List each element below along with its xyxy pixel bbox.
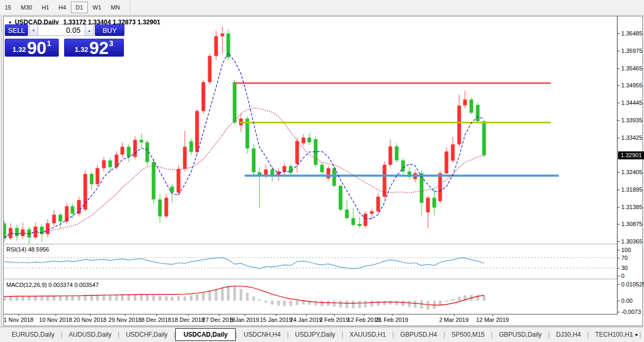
buy-button[interactable]: BUY: [95, 24, 124, 36]
macd-histogram-bar: [427, 301, 430, 310]
macd-histogram-bar: [271, 301, 274, 304]
macd-histogram-bar: [159, 296, 162, 301]
macd-histogram-bar: [4, 296, 6, 301]
price-axis[interactable]: 1.364851.359751.354651.349551.344451.339…: [618, 16, 642, 314]
timeframe-button-d1[interactable]: D1: [71, 2, 88, 13]
date-tick: [19, 314, 19, 316]
price-axis-label: 1.34955: [621, 82, 642, 88]
chart-tab-ukc[interactable]: UKC: [641, 329, 644, 340]
candle-body: [177, 169, 181, 193]
candle-body: [482, 121, 486, 155]
macd-axis-label: -0.0073: [621, 309, 641, 315]
candle-body: [352, 218, 355, 225]
macd-histogram-bar: [290, 301, 292, 306]
chart-tab-dj30-h4[interactable]: DJ30,H4: [550, 329, 587, 340]
macd-histogram-bar: [103, 295, 105, 301]
tab-scroll-left-icon[interactable]: ◂: [630, 331, 636, 337]
chart-tab-usdcad-daily[interactable]: USDCAD,Daily: [175, 328, 235, 341]
macd-histogram-bar: [327, 301, 330, 306]
date-tick: [334, 314, 335, 316]
sell-button[interactable]: SELL: [5, 24, 28, 36]
candlestick-chart[interactable]: [4, 16, 618, 314]
price-axis-label: 1.33935: [621, 117, 642, 123]
candle-body: [289, 166, 293, 173]
price-axis-label: 1.36485: [621, 30, 642, 37]
rsi-axis-label: 70: [621, 255, 628, 261]
candle-body: [195, 111, 199, 152]
macd-histogram-bar: [445, 301, 448, 302]
candle-body: [84, 174, 87, 210]
axis-tick: [618, 190, 620, 190]
volume-increase-button[interactable]: ▲: [85, 24, 94, 36]
timeframe-button-h4[interactable]: H4: [54, 2, 71, 13]
timeframe-toolbar: 15M30H1H4D1W1MN: [0, 0, 644, 15]
tab-scroll-right-icon[interactable]: ▸: [636, 331, 641, 337]
candle-body: [463, 100, 467, 105]
macd-histogram-bar: [121, 294, 124, 301]
macd-histogram-bar: [278, 301, 280, 305]
candle-body: [420, 173, 424, 203]
timeframe-button-mn[interactable]: MN: [106, 2, 124, 13]
timeframe-button-15[interactable]: 15: [0, 2, 16, 13]
chart-tabs-bar: EURUSD,Daily|AUDUSD,Daily|USDCHF,Daily|U…: [0, 327, 644, 342]
volume-decrease-button[interactable]: ▼: [29, 24, 38, 36]
macd-histogram-bar: [396, 301, 398, 305]
macd-histogram-bar: [177, 296, 180, 301]
price-axis-label: 1.35465: [621, 65, 642, 71]
candle-body: [133, 140, 137, 157]
macd-histogram-bar: [296, 301, 299, 305]
chart-tab-gbpusd-h4[interactable]: GBPUSD,H4: [394, 329, 443, 340]
axis-tick: [618, 241, 620, 242]
macd-histogram-bar: [10, 296, 12, 301]
macd-histogram-bar: [134, 294, 137, 301]
chart-tab-gbpusd-daily[interactable]: GBPUSD,Daily: [493, 329, 548, 340]
macd-histogram-bar: [140, 294, 143, 301]
toolbar-separator: [130, 1, 130, 14]
rsi-axis-label: 100: [621, 247, 631, 253]
tab-scroll-arrows: ◂▸: [630, 331, 641, 337]
chart-tab-usdcnh-h4[interactable]: USDCNH,H4: [237, 329, 287, 340]
buy-price-pip: 3: [109, 39, 113, 48]
candle-body: [370, 211, 374, 213]
candle-body: [96, 168, 100, 184]
buy-price-box[interactable]: 1.32 92 3: [64, 39, 124, 57]
sell-price-box[interactable]: 1.32 90 1: [5, 39, 59, 57]
chart-tab-xauusd-h1[interactable]: XAUUSD,H1: [343, 329, 392, 340]
timeframe-button-h1[interactable]: H1: [37, 2, 54, 13]
candle-body: [252, 148, 256, 172]
macd-histogram-bar: [96, 295, 99, 301]
candle-body: [190, 141, 193, 152]
collapse-triangle-icon[interactable]: ▲: [8, 20, 12, 24]
candle-body: [140, 140, 144, 142]
macd-histogram-bar: [458, 296, 461, 301]
candle-body: [52, 215, 56, 223]
timeframe-button-w1[interactable]: W1: [88, 2, 106, 13]
candle-body: [339, 186, 343, 210]
candle-body: [15, 228, 19, 236]
chart-tab-sp500-m15[interactable]: SP500,M15: [445, 329, 491, 340]
date-tick: [188, 314, 189, 316]
date-tick: [156, 314, 157, 316]
macd-histogram-bar: [377, 301, 380, 306]
axis-tick: [618, 284, 620, 285]
candle-body: [458, 105, 461, 144]
macd-histogram-bar: [71, 296, 74, 301]
chart-tab-usdjpy-daily[interactable]: USDJPY,Daily: [289, 329, 342, 340]
macd-histogram-bar: [146, 295, 149, 301]
macd-histogram-bar: [333, 301, 336, 307]
macd-histogram-bar: [47, 296, 49, 301]
macd-histogram-bar: [28, 296, 31, 301]
date-axis[interactable]: 1 Nov 201810 Nov 201820 Nov 201829 Nov 2…: [4, 314, 618, 326]
macd-histogram-bar: [209, 291, 211, 301]
macd-histogram-bar: [22, 296, 24, 301]
date-axis-label: 1 Nov 2018: [4, 317, 33, 323]
chart-tab-audusd-daily[interactable]: AUDUSD,Daily: [62, 329, 118, 340]
axis-tick: [618, 33, 620, 34]
macd-histogram-bar: [196, 294, 199, 301]
volume-input[interactable]: [38, 24, 85, 36]
chart-tab-eurusd-daily[interactable]: EURUSD,Daily: [5, 329, 61, 340]
macd-histogram-bar: [184, 296, 186, 301]
timeframe-button-m30[interactable]: M30: [16, 2, 37, 13]
chart-tab-usdchf-daily[interactable]: USDCHF,Daily: [120, 329, 174, 340]
candle-body: [21, 229, 25, 236]
